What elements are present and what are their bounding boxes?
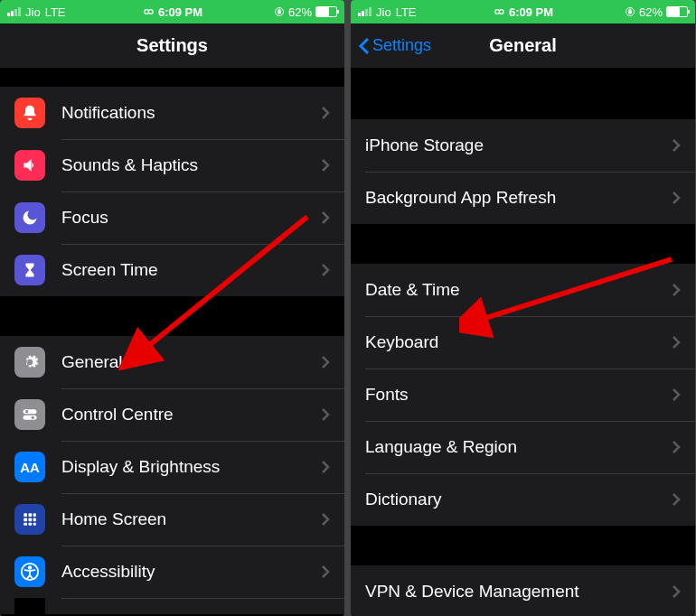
- row-partial[interactable]: [0, 598, 344, 614]
- row-display[interactable]: AA Display & Brightness: [0, 441, 344, 493]
- row-label: General: [61, 352, 321, 372]
- rotation-lock-icon: [625, 6, 635, 17]
- svg-rect-16: [33, 523, 36, 526]
- row-general[interactable]: General: [0, 336, 344, 388]
- network-label: LTE: [45, 5, 66, 19]
- page-title: General: [489, 35, 556, 56]
- row-label: Sounds & Haptics: [61, 155, 321, 175]
- row-label: Screen Time: [61, 260, 321, 280]
- toggles-icon: [14, 399, 45, 430]
- nav-bar: Settings General: [351, 23, 695, 69]
- battery-icon: [315, 6, 337, 17]
- settings-group-2: General Control Centre AA Display & Brig…: [0, 336, 344, 614]
- svg-point-0: [144, 10, 148, 14]
- moon-icon: [14, 202, 45, 233]
- nav-bar: Settings: [0, 23, 344, 69]
- status-bar: Jio LTE 6:09 PM 62%: [0, 0, 344, 23]
- general-group-3: VPN & Device Management: [351, 565, 695, 616]
- chevron-right-icon: [321, 565, 330, 579]
- row-bg-refresh[interactable]: Background App Refresh: [351, 172, 695, 224]
- row-label: Background App Refresh: [365, 188, 672, 208]
- row-label: Focus: [61, 208, 321, 228]
- row-label: Date & Time: [365, 280, 672, 300]
- row-control-centre[interactable]: Control Centre: [0, 388, 344, 441]
- row-label: Keyboard: [365, 332, 672, 352]
- row-label: Display & Brightness: [61, 457, 321, 477]
- chevron-right-icon: [321, 355, 330, 369]
- row-date-time[interactable]: Date & Time: [351, 264, 695, 316]
- battery-pct: 62%: [288, 5, 312, 19]
- chevron-right-icon: [672, 584, 681, 599]
- svg-point-22: [499, 10, 503, 14]
- svg-point-21: [494, 10, 499, 14]
- row-label: Dictionary: [365, 490, 672, 509]
- svg-rect-4: [24, 409, 37, 414]
- row-screentime[interactable]: Screen Time: [0, 244, 344, 296]
- hotspot-icon: [142, 5, 155, 18]
- svg-rect-8: [24, 513, 27, 517]
- svg-rect-3: [277, 11, 280, 14]
- svg-point-5: [25, 410, 28, 413]
- page-title: Settings: [136, 35, 208, 56]
- time-label: 6:09 PM: [509, 5, 553, 19]
- svg-rect-9: [29, 513, 33, 517]
- svg-rect-15: [29, 523, 33, 526]
- row-focus[interactable]: Focus: [0, 191, 344, 244]
- svg-point-18: [29, 566, 32, 569]
- grid-icon: [14, 504, 45, 535]
- general-list: iPhone Storage Background App Refresh Da…: [351, 69, 695, 616]
- battery-icon: [666, 6, 688, 17]
- battery-pct: 62%: [639, 5, 663, 19]
- settings-list: Notifications Sounds & Haptics Focus: [0, 69, 344, 616]
- svg-rect-13: [33, 518, 36, 522]
- chevron-right-icon: [321, 263, 330, 277]
- row-sounds[interactable]: Sounds & Haptics: [0, 139, 344, 191]
- phone-settings: Jio LTE 6:09 PM 62% Settings Not: [0, 0, 344, 616]
- row-keyboard[interactable]: Keyboard: [351, 316, 695, 369]
- row-language-region[interactable]: Language & Region: [351, 421, 695, 473]
- svg-rect-12: [29, 518, 33, 522]
- chevron-right-icon: [672, 138, 681, 153]
- carrier-label: Jio: [25, 5, 41, 19]
- chevron-right-icon: [321, 407, 330, 422]
- row-notifications[interactable]: Notifications: [0, 87, 344, 139]
- row-fonts[interactable]: Fonts: [351, 369, 695, 421]
- partial-icon: [14, 598, 45, 614]
- row-vpn[interactable]: VPN & Device Management: [351, 565, 695, 616]
- network-label: LTE: [396, 5, 417, 19]
- general-group-1: iPhone Storage Background App Refresh: [351, 119, 695, 224]
- chevron-right-icon: [672, 492, 681, 507]
- row-label: iPhone Storage: [365, 135, 672, 155]
- signal-icon: [358, 7, 372, 16]
- aa-icon: AA: [14, 452, 45, 482]
- back-button[interactable]: Settings: [358, 36, 431, 55]
- row-label: Notifications: [61, 103, 321, 123]
- row-label: Accessibility: [61, 562, 321, 582]
- carrier-label: Jio: [376, 5, 391, 19]
- chevron-right-icon: [321, 158, 330, 173]
- row-label: Home Screen: [61, 509, 321, 529]
- svg-point-7: [32, 416, 34, 419]
- row-accessibility[interactable]: Accessibility: [0, 546, 344, 598]
- hourglass-icon: [14, 255, 45, 285]
- chevron-right-icon: [321, 210, 330, 225]
- row-home-screen[interactable]: Home Screen: [0, 493, 344, 546]
- rotation-lock-icon: [274, 6, 285, 17]
- settings-group-1: Notifications Sounds & Haptics Focus: [0, 87, 344, 296]
- row-dictionary[interactable]: Dictionary: [351, 473, 695, 526]
- svg-rect-11: [24, 518, 27, 522]
- chevron-right-icon: [672, 335, 681, 350]
- row-label: Control Centre: [61, 405, 321, 425]
- row-label: Fonts: [365, 385, 672, 405]
- bell-icon: [14, 98, 45, 128]
- row-label: Language & Region: [365, 437, 672, 457]
- svg-rect-24: [628, 11, 631, 14]
- svg-rect-14: [24, 523, 27, 526]
- chevron-right-icon: [672, 283, 681, 297]
- speaker-icon: [14, 150, 45, 181]
- row-iphone-storage[interactable]: iPhone Storage: [351, 119, 695, 172]
- back-label: Settings: [372, 36, 431, 55]
- general-group-2: Date & Time Keyboard Fonts Language & Re…: [351, 264, 695, 526]
- row-label: VPN & Device Management: [365, 582, 672, 602]
- signal-icon: [7, 7, 21, 16]
